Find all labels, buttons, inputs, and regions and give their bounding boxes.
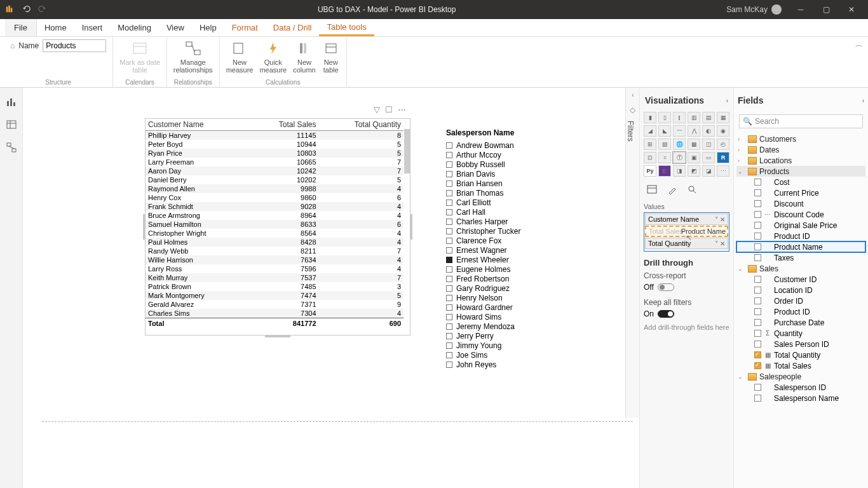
viz-type-icon[interactable]: ▮ [644,112,656,123]
viz-type-icon[interactable]: ⌗ [658,152,671,163]
drillthrough-drop[interactable]: Add drill-through fields here [644,321,729,334]
viz-type-icon[interactable]: ◪ [702,165,715,177]
avatar[interactable] [771,4,782,15]
tab-view[interactable]: View [159,19,192,36]
field-checkbox[interactable] [754,179,761,186]
table-dates[interactable]: ›Dates [736,144,865,155]
manage-relationships-button[interactable]: Manage relationships [173,39,213,74]
field-salesperson-id[interactable]: Salesperson ID [736,382,865,393]
viz-type-icon[interactable]: ◴ [717,139,729,150]
field-checkbox[interactable] [754,297,761,304]
scrollbar-thumb[interactable] [404,129,410,173]
viz-type-icon[interactable]: ▩ [688,139,700,150]
slicer-visual[interactable]: Salesperson Name Andrew BowmanArthur Mcc… [446,128,599,369]
field-taxes[interactable]: Taxes [736,252,865,263]
expand-filters-icon[interactable]: ‹ [626,88,640,102]
focus-icon[interactable]: ☐ [385,105,393,114]
field-current-price[interactable]: Current Price [736,187,865,198]
table-row[interactable]: Larry Ross75964 [146,264,403,273]
field-checkbox[interactable] [754,233,761,240]
maximize-button[interactable]: ▢ [815,0,837,19]
cross-report-toggle[interactable] [658,283,674,291]
field-checkbox[interactable] [754,200,761,207]
remove-icon[interactable]: ✕ [720,240,725,247]
fields-search[interactable]: 🔍Search [739,114,863,128]
field-total-sales[interactable]: ▦Total Sales [736,360,865,371]
slicer-item[interactable]: Howard Gardner [446,302,599,312]
tab-data-drill[interactable]: Data / Drill [266,19,320,36]
filter-icon[interactable]: ▽ [374,105,380,114]
viz-type-icon[interactable]: R [717,152,729,163]
table-row[interactable]: Patrick Brown74853 [146,282,403,291]
tab-table-tools[interactable]: Table tools [319,19,374,36]
field-checkbox[interactable] [754,308,761,315]
new-measure-button[interactable]: New measure [226,39,254,74]
tab-insert[interactable]: Insert [74,19,111,36]
format-tab-icon[interactable] [667,184,678,196]
viz-type-icon[interactable]: ◉ [717,125,729,137]
table-visual[interactable]: ▽ ☐ ⋯ Customer NameTotal SalesTotal Quan… [145,118,410,336]
viz-type-icon[interactable]: ▣ [688,152,700,163]
table-row[interactable]: Aaron Day102427 [146,166,403,175]
viz-type-icon[interactable]: 〰 [673,125,686,137]
viz-type-icon[interactable]: ◧ [658,165,671,177]
table-row[interactable]: Bruce Armstrong89644 [146,211,403,220]
slicer-item[interactable]: Eugene Holmes [446,264,599,274]
report-canvas[interactable]: ▽ ☐ ⋯ Customer NameTotal SalesTotal Quan… [23,88,639,488]
analytics-tab-icon[interactable] [687,184,698,196]
bookmark-icon[interactable]: ◇ [626,105,639,114]
field-checkbox[interactable] [754,287,761,294]
slicer-item[interactable]: Gary Rodriguez [446,283,599,293]
undo-icon[interactable] [22,4,31,15]
field-checkbox[interactable] [754,211,761,218]
new-table-button[interactable]: New table [322,39,340,74]
slicer-item[interactable]: Jerry Perry [446,331,599,341]
viz-type-icon[interactable]: ▥ [688,112,700,123]
resize-handle[interactable] [143,214,145,240]
chevron-down-icon[interactable]: ˅ [715,240,718,247]
filters-pane-collapsed[interactable]: ‹ ◇ Filters [625,88,639,418]
column-header[interactable]: Total Sales [249,119,318,131]
table-row[interactable]: Keith Murray75377 [146,273,403,282]
slicer-item[interactable]: Charles Harper [446,217,599,226]
viz-type-icon[interactable]: Py [644,165,656,177]
viz-type-icon[interactable]: ⊡ [644,152,656,163]
table-customers[interactable]: ›Customers [736,133,865,144]
field-discount[interactable]: Discount [736,198,865,209]
field-location-id[interactable]: Location ID [736,285,865,295]
field-salesperson-name[interactable]: Salesperson Name [736,393,865,403]
slicer-item[interactable]: Arthur Mccoy [446,150,599,159]
table-row[interactable]: Mark Montgomery74745 [146,291,403,300]
minimize-button[interactable]: ─ [789,0,812,19]
field-purchase-date[interactable]: Purchase Date [736,317,865,328]
table-row[interactable]: Raymond Allen99884 [146,184,403,193]
field-product-id[interactable]: Product ID [736,306,865,317]
slicer-item[interactable]: Christopher Tucker [446,226,599,236]
field-product-id[interactable]: Product ID [736,231,865,241]
table-row[interactable]: Christopher Wright85644 [146,229,403,238]
more-icon[interactable]: ⋯ [398,105,406,114]
table-row[interactable]: Peter Boyd109445 [146,140,403,149]
remove-icon[interactable]: ✕ [720,216,725,223]
field-order-id[interactable]: Order ID [736,295,865,306]
tab-home[interactable]: Home [37,19,74,36]
slicer-item[interactable]: Carl Elliott [446,198,599,207]
table-row[interactable]: Henry Cox98606 [146,193,403,202]
table-row[interactable]: Phillip Harvey111458 [146,131,403,140]
slicer-item[interactable]: Clarence Fox [446,236,599,245]
field-discount-code[interactable]: ⋯Discount Code [736,209,865,220]
close-button[interactable]: ✕ [840,0,863,19]
viz-type-icon[interactable]: ▭ [702,152,715,163]
report-view-icon[interactable] [3,93,20,111]
field-quantity[interactable]: ΣQuantity [736,328,865,339]
viz-type-icon[interactable]: ▧ [658,139,671,150]
table-row[interactable]: Samuel Hamilton86336 [146,220,403,229]
table-row[interactable]: Gerald Alvarez73719 [146,300,403,309]
new-column-button[interactable]: New column [293,39,315,74]
table-row[interactable]: Paul Holmes84284 [146,238,403,247]
field-checkbox[interactable] [754,395,761,402]
resize-handle[interactable] [410,214,412,240]
fields-tab-icon[interactable] [646,184,658,196]
field-checkbox[interactable] [754,254,761,261]
table-salespeople[interactable]: ⌄Salespeople [736,371,865,382]
